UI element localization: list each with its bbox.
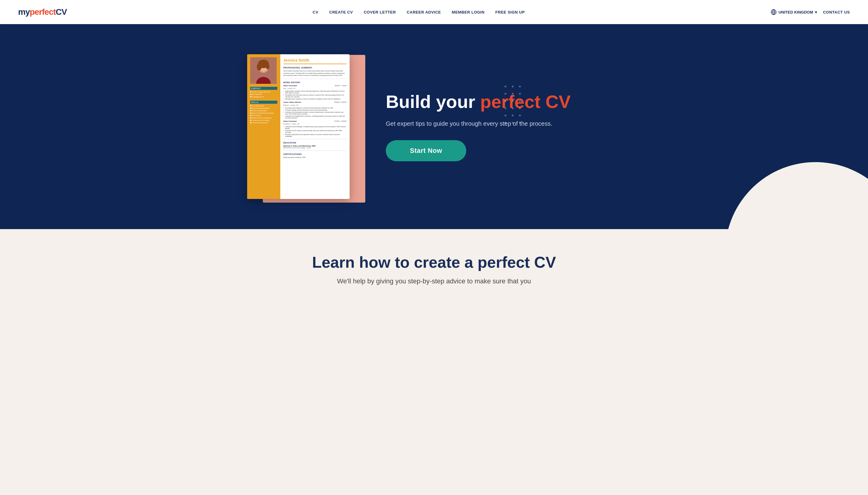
cv-name: Jessica Smith [283, 58, 347, 64]
cv-sidebar-contact: CONTACT London, England, WT1 1XY 020 794… [250, 87, 277, 98]
header: myperfectCV CV CREATE CV COVER LETTER CA… [0, 0, 868, 24]
logo[interactable]: myperfectCV [18, 7, 67, 17]
cv-preview-wrapper: CONTACT London, England, WT1 1XY 020 794… [247, 54, 362, 199]
hero-content: CONTACT London, England, WT1 1XY 020 794… [223, 36, 645, 217]
cv-education-title: EDUCATION [283, 142, 347, 144]
svg-point-5 [257, 63, 262, 70]
main-nav: CV CREATE CV COVER LETTER CAREER ADVICE … [313, 10, 525, 15]
cv-sidebar-skills: SKILLS Consultative sales Retail operati… [250, 101, 277, 124]
cv-edu-school: Metropolitan Community College - Leeds [283, 147, 347, 149]
cv-job-3: Sales Assistant 07/2012 - 02/2015 Decath… [283, 120, 347, 137]
cv-photo-svg [250, 57, 277, 84]
cv-job1-title: Sales Associate [283, 85, 297, 88]
globe-icon [771, 9, 777, 15]
contact-us-button[interactable]: CONTACT US [823, 10, 850, 15]
cv-sidebar: CONTACT London, England, WT1 1XY 020 794… [247, 54, 280, 199]
cv-certifications-title: CERTIFICATIONS [283, 153, 347, 155]
region-label: UNITED KINGDOM [779, 10, 813, 15]
nav-career-advice[interactable]: CAREER ADVICE [406, 10, 441, 15]
bottom-subtitle: We'll help by giving you step-by-step ad… [329, 277, 539, 285]
cv-card: CONTACT London, England, WT1 1XY 020 794… [247, 54, 350, 199]
cv-pro-summary-text: Driven Sales Associate focus ed on achie… [283, 70, 347, 77]
cv-job1-date: 02/2017 - Current [335, 85, 347, 87]
cv-divider-1 [283, 79, 347, 79]
cv-job3-date: 07/2012 - 02/2015 [334, 120, 347, 123]
bottom-section: Learn how to create a perfect CV We'll h… [0, 229, 868, 297]
cv-pro-summary-title: PROFESSIONAL SUMMARY [283, 67, 347, 69]
logo-my: my [18, 7, 30, 17]
logo-cv: CV [56, 7, 67, 17]
cv-job3-company: Decathlon - London, UK [283, 123, 347, 125]
cv-job2-date: 03/2015 - 01/2017 [334, 101, 347, 104]
cv-contact-title: CONTACT [250, 87, 277, 90]
nav-member-login[interactable]: MEMBER LOGIN [452, 10, 485, 15]
bottom-title: Learn how to create a perfect CV [18, 253, 850, 271]
cv-job2-title: Junior Sales Advisor [283, 101, 301, 104]
logo-perfect: perfect [30, 7, 55, 17]
cv-email: smith@gmail.com [250, 96, 277, 98]
cv-job2-company: Walmart - London, UK [283, 104, 347, 106]
cv-skills-title: SKILLS [250, 101, 277, 104]
cv-job-2: Junior Sales Advisor 03/2015 - 01/2017 W… [283, 101, 347, 119]
hero-headline: Build your perfect CV [386, 92, 621, 112]
nav-cv[interactable]: CV [313, 10, 318, 15]
nav-create-cv[interactable]: CREATE CV [329, 10, 353, 15]
cv-divider-2 [283, 139, 347, 139]
cv-job1-company: Ikea - London, UK [283, 87, 347, 89]
hero-text: Build your perfect CV Get expert tips to… [386, 92, 621, 161]
svg-point-6 [266, 63, 270, 69]
start-now-button[interactable]: Start Now [386, 140, 466, 161]
region-selector[interactable]: UNITED KINGDOM ▾ [771, 9, 817, 15]
cv-work-history-title: WORK HISTORY [283, 81, 347, 84]
cv-divider-3 [283, 150, 347, 151]
hero-headline-red: perfect CV [480, 92, 571, 112]
nav-free-sign-up[interactable]: FREE SIGN UP [496, 10, 525, 15]
hero-subtext: Get expert tips to guide you through eve… [386, 119, 567, 128]
cv-photo [250, 57, 277, 84]
cv-job3-title: Sales Assistant [283, 120, 297, 123]
cv-address: London, England, WT1 1XY [250, 91, 277, 93]
cv-main: Jessica Smith PROFESSIONAL SUMMARY Drive… [280, 54, 350, 199]
hero-headline-white: Build your [386, 92, 480, 112]
cv-job-1: Sales Associate 02/2017 - Current Ikea -… [283, 85, 347, 100]
nav-cover-letter[interactable]: COVER LETTER [364, 10, 396, 15]
cv-phone: 020 7946 0447 [250, 93, 277, 95]
region-caret: ▾ [815, 10, 817, 15]
dots-pattern [505, 86, 521, 124]
cv-cert-1: Retail Associate Certificate, 2009 [283, 156, 347, 159]
hero-section: CONTACT London, England, WT1 1XY 020 794… [0, 24, 868, 229]
header-right: UNITED KINGDOM ▾ CONTACT US [771, 9, 850, 15]
